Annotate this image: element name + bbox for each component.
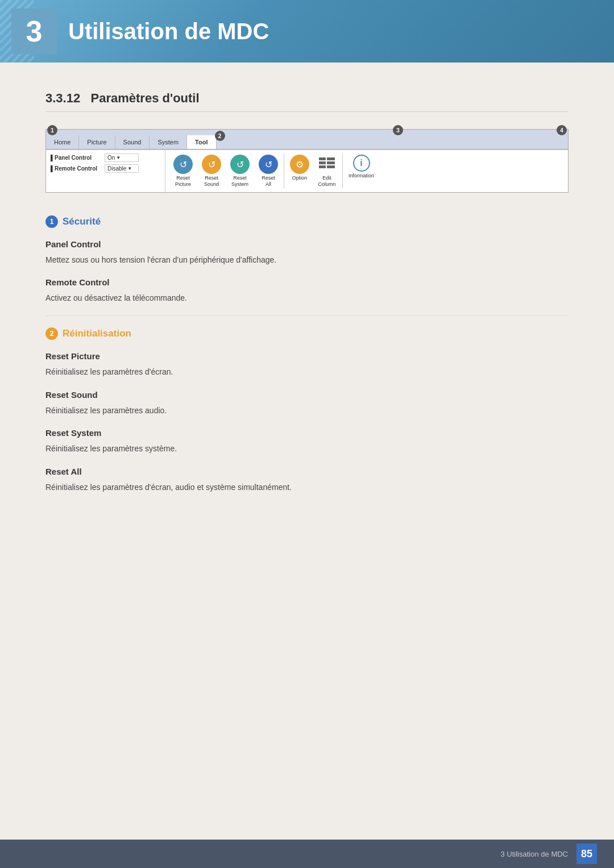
page-footer: 3 Utilisation de MDC 85 xyxy=(0,840,614,868)
reinit-title-text: Réinitialisation xyxy=(63,328,131,339)
panel-control-value[interactable]: On ▼ xyxy=(105,153,139,162)
reset-picture-heading: Reset Picture xyxy=(45,351,569,361)
reset-system-icon: ↺ xyxy=(230,155,250,174)
section-number: 3.3.12 xyxy=(45,91,80,105)
chapter-number-box: 3 xyxy=(11,9,57,54)
information-btn[interactable]: i Information xyxy=(346,153,376,189)
separator-2 xyxy=(342,153,343,189)
reset-buttons-group: ↺ ResetPicture ↺ ResetSound ↺ ResetSyste… xyxy=(171,153,280,189)
badge-reinit: 2 xyxy=(45,327,58,340)
badge-3: 3 xyxy=(393,125,403,135)
tab-sound[interactable]: Sound 2 xyxy=(115,135,150,149)
reset-sound-text: Réinitialisez les paramètres audio. xyxy=(45,404,569,417)
main-content: 3.3.12 Paramètres d'outil 1 Home Picture… xyxy=(0,63,614,548)
reset-system-heading: Reset System xyxy=(45,428,569,438)
footer-text: 3 Utilisation de MDC xyxy=(501,850,569,858)
ui-mockup: 1 Home Picture Sound 2 System Tool 3 4 ▌… xyxy=(45,129,569,193)
page-header: 3 Utilisation de MDC xyxy=(0,0,614,63)
svg-rect-4 xyxy=(319,165,326,168)
chapter-title: Utilisation de MDC xyxy=(68,19,269,44)
reset-all-heading: Reset All xyxy=(45,467,569,476)
toolbar-content: ▌Panel Control On ▼ ▌Remote Control Disa… xyxy=(46,149,568,192)
toolbar-tabs-row: 1 Home Picture Sound 2 System Tool 3 4 xyxy=(46,130,568,149)
reset-all-text: Réinitialisez les paramètres d'écran, au… xyxy=(45,481,569,493)
reset-system-btn[interactable]: ↺ ResetSystem xyxy=(228,153,252,189)
reset-all-label: ResetAll xyxy=(262,175,275,188)
remote-control-value[interactable]: Disable ▼ xyxy=(105,164,139,173)
remote-control-text: Activez ou désactivez la télécommande. xyxy=(45,292,569,304)
tab-home[interactable]: Home xyxy=(46,135,79,149)
remote-control-label: ▌Remote Control xyxy=(51,165,105,172)
svg-rect-1 xyxy=(327,157,335,160)
section-heading: 3.3.12 Paramètres d'outil xyxy=(45,91,569,112)
reset-picture-label: ResetPicture xyxy=(175,175,191,188)
right-panel: ↺ ResetPicture ↺ ResetSound ↺ ResetSyste… xyxy=(165,150,568,192)
reset-sound-label: ResetSound xyxy=(204,175,219,188)
svg-rect-2 xyxy=(319,161,326,164)
badge-4: 4 xyxy=(557,125,567,135)
option-icon: ⚙ xyxy=(290,155,309,174)
remote-control-heading: Remote Control xyxy=(45,277,569,287)
edit-column-icon xyxy=(317,155,337,174)
securite-title-text: Sécurité xyxy=(63,216,101,227)
remote-control-row: ▌Remote Control Disable ▼ xyxy=(51,164,160,173)
subsection-securite-title: 1 Sécurité xyxy=(45,215,569,228)
tab-tool[interactable]: Tool xyxy=(187,135,216,149)
option-label: Option xyxy=(292,175,308,181)
reset-all-icon: ↺ xyxy=(259,155,278,174)
tab-system[interactable]: System xyxy=(150,135,187,149)
information-icon: i xyxy=(353,155,370,172)
reset-system-label: ResetSystem xyxy=(231,175,248,188)
section-title: Paramètres d'outil xyxy=(91,91,200,105)
tab-picture[interactable]: Picture xyxy=(79,135,115,149)
svg-rect-0 xyxy=(319,157,326,160)
separator-1 xyxy=(284,153,284,189)
edit-column-label: EditColumn xyxy=(318,175,335,188)
chapter-number: 3 xyxy=(26,14,43,48)
divider-1 xyxy=(45,315,569,316)
badge-2: 2 xyxy=(215,131,225,141)
left-panel: ▌Panel Control On ▼ ▌Remote Control Disa… xyxy=(46,150,165,192)
panel-control-label: ▌Panel Control xyxy=(51,155,105,161)
badge-securite: 1 xyxy=(45,215,58,228)
panel-control-text: Mettez sous ou hors tension l'écran d'un… xyxy=(45,254,569,266)
panel-control-row: ▌Panel Control On ▼ xyxy=(51,153,160,162)
reset-picture-btn[interactable]: ↺ ResetPicture xyxy=(171,153,195,189)
subsection-reinit-title: 2 Réinitialisation xyxy=(45,327,569,340)
badge-1: 1 xyxy=(47,125,57,135)
reset-system-text: Réinitialisez les paramètres système. xyxy=(45,442,569,455)
reset-picture-icon: ↺ xyxy=(173,155,193,174)
reset-sound-heading: Reset Sound xyxy=(45,390,569,400)
reset-sound-btn[interactable]: ↺ ResetSound xyxy=(200,153,223,189)
edit-column-btn[interactable]: EditColumn xyxy=(315,153,339,189)
reset-sound-icon: ↺ xyxy=(202,155,221,174)
reset-all-btn[interactable]: ↺ ResetAll xyxy=(256,153,280,189)
reset-picture-text: Réinitialisez les paramètres d'écran. xyxy=(45,366,569,378)
svg-rect-3 xyxy=(327,161,335,164)
footer-page-number: 85 xyxy=(576,844,597,864)
information-label: Information xyxy=(349,173,374,179)
option-btn[interactable]: ⚙ Option xyxy=(288,153,312,189)
panel-control-heading: Panel Control xyxy=(45,239,569,249)
svg-rect-5 xyxy=(327,165,335,168)
